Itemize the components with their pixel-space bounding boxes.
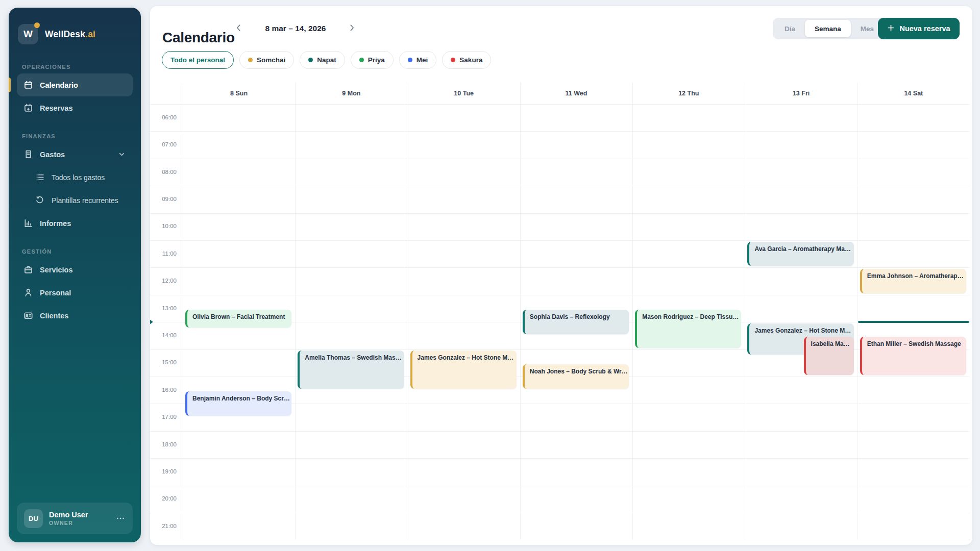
day-header-9-mon: 9 Mon xyxy=(295,83,407,104)
calendar-icon xyxy=(23,80,33,90)
hour-gridline xyxy=(150,458,970,459)
brand-name: WellDesk.ai xyxy=(45,29,95,40)
staff-filter-label: Sakura xyxy=(459,56,482,64)
sidebar-item-gastos[interactable]: Gastos xyxy=(17,143,133,166)
hour-gridline xyxy=(150,295,970,295)
next-week-button[interactable] xyxy=(344,21,359,36)
brand: W WellDesk.ai xyxy=(18,24,132,44)
sidebar-item-personal[interactable]: Personal xyxy=(17,281,133,304)
list-icon xyxy=(35,172,45,182)
sidebar-item-servicios[interactable]: Servicios xyxy=(17,258,133,281)
calendar-event-amelia-thomas-swedish-mas[interactable]: Amelia Thomas – Swedish Mas… xyxy=(298,350,404,389)
sidebar-section-label-gestion: GESTIÓN xyxy=(22,248,128,255)
sidebar-item-label: Servicios xyxy=(40,266,73,274)
person-icon xyxy=(23,288,33,297)
calendar-event-sophia-davis-reflexology[interactable]: Sophia Davis – Reflexology xyxy=(523,310,629,334)
hour-gridline xyxy=(150,213,970,214)
staff-color-dot xyxy=(451,58,455,62)
user-menu-ellipsis-icon[interactable] xyxy=(115,513,126,523)
day-column-9-mon[interactable] xyxy=(295,83,407,540)
staff-filter-label: Todo el personal xyxy=(170,56,225,64)
calendar-event-noah-jones-body-scrub-wr[interactable]: Noah Jones – Body Scrub & Wr… xyxy=(523,364,629,389)
sidebar-item-label: Reservas xyxy=(40,104,73,112)
staff-filter-label: Mei xyxy=(416,56,428,64)
staff-filter-todo-el-personal[interactable]: Todo el personal xyxy=(162,51,234,69)
event-title: Benjamin Anderson – Body Scr… xyxy=(187,391,291,402)
calendar-event-james-gonzalez-hot-stone-m[interactable]: James Gonzalez – Hot Stone M… xyxy=(410,350,517,389)
time-label-1400: 14:00 xyxy=(150,332,177,338)
calendar-event-benjamin-anderson-body-scr[interactable]: Benjamin Anderson – Body Scr… xyxy=(185,391,291,416)
sidebar-item-label: Personal xyxy=(40,289,71,297)
sidebar-section-label-operaciones: OPERACIONES xyxy=(22,64,128,70)
staff-filter-somchai[interactable]: Somchai xyxy=(239,51,294,69)
hour-gridline xyxy=(150,486,970,486)
calendar-event-emma-johnson-aromatherap[interactable]: Emma Johnson – Aromatherap… xyxy=(860,269,966,293)
date-range-label: 8 mar – 14, 2026 xyxy=(247,24,344,33)
hour-gridline xyxy=(150,159,970,159)
hour-gridline xyxy=(150,540,970,540)
hour-gridline xyxy=(150,104,970,105)
column-gridline xyxy=(520,83,521,540)
hour-gridline xyxy=(150,431,970,432)
time-label-1000: 10:00 xyxy=(150,223,177,229)
current-time-marker xyxy=(150,318,153,325)
time-label-0800: 08:00 xyxy=(150,169,177,175)
staff-filter-mei[interactable]: Mei xyxy=(399,51,437,69)
sidebar-item-todos-los-gastos[interactable]: Todos los gastos xyxy=(17,166,133,189)
sidebar-item-label: Plantillas recurrentes xyxy=(52,196,118,205)
sidebar-item-informes[interactable]: Informes xyxy=(17,212,133,235)
sidebar-item-calendario[interactable]: Calendario xyxy=(17,73,133,96)
sidebar-item-clientes[interactable]: Clientes xyxy=(17,304,133,327)
calendar-event-ethan-miller-swedish-massage[interactable]: Ethan Miller – Swedish Massage xyxy=(860,337,966,375)
time-label-1100: 11:00 xyxy=(150,251,177,257)
hour-gridline xyxy=(150,513,970,513)
day-column-14-sat[interactable] xyxy=(857,83,970,540)
brand-logo: W xyxy=(18,24,38,44)
time-label-1800: 18:00 xyxy=(150,441,177,447)
time-label-0600: 06:00 xyxy=(150,114,177,120)
day-column-10-tue[interactable] xyxy=(408,83,520,540)
page-title: Calendario xyxy=(162,30,235,46)
brand-name-suffix: .ai xyxy=(85,29,95,39)
time-label-0700: 07:00 xyxy=(150,141,177,147)
staff-filter-sakura[interactable]: Sakura xyxy=(442,51,491,69)
new-booking-button[interactable]: Nueva reserva xyxy=(878,18,960,39)
column-gridline xyxy=(632,83,633,540)
calendar-panel: Calendario 8 mar – 14, 2026 DíaSemanaMes… xyxy=(150,6,972,545)
day-header-12-thu: 12 Thu xyxy=(632,83,745,104)
event-title: Sophia Davis – Reflexology xyxy=(525,310,629,320)
staff-color-dot xyxy=(248,58,253,62)
calendar-event-mason-rodriguez-deep-tissu[interactable]: Mason Rodriguez – Deep Tissu… xyxy=(635,310,741,348)
column-gridline xyxy=(970,83,970,540)
event-title: Ava Garcia – Aromatherapy Ma… xyxy=(749,242,853,253)
sidebar-item-label: Informes xyxy=(40,219,71,228)
view-option-dia[interactable]: Día xyxy=(775,20,805,37)
sidebar-item-label: Calendario xyxy=(40,81,78,89)
day-header-13-fri: 13 Fri xyxy=(745,83,857,104)
time-label-1600: 16:00 xyxy=(150,387,177,393)
staff-filter-label: Somchai xyxy=(257,56,285,64)
calendar-event-olivia-brown-facial-treatment[interactable]: Olivia Brown – Facial Treatment xyxy=(185,310,291,328)
brand-name-text: WellDesk xyxy=(45,29,85,39)
day-column-13-fri[interactable] xyxy=(745,83,857,540)
event-title: Amelia Thomas – Swedish Mas… xyxy=(300,350,404,361)
hour-gridline xyxy=(150,240,970,241)
sidebar-item-reservas[interactable]: Reservas xyxy=(17,96,133,119)
sidebar-item-plantillas-recurrentes[interactable]: Plantillas recurrentes xyxy=(17,189,133,212)
calendar-event-isabella-ma[interactable]: Isabella Ma… xyxy=(804,337,854,375)
calendar-event-ava-garcia-aromatherapy-ma[interactable]: Ava Garcia – Aromatherapy Ma… xyxy=(747,242,853,266)
hour-gridline xyxy=(150,267,970,268)
prev-week-button[interactable] xyxy=(231,21,246,36)
staff-filter-priya[interactable]: Priya xyxy=(351,51,394,69)
view-option-semana[interactable]: Semana xyxy=(805,20,851,37)
sidebar: W WellDesk.ai OPERACIONESCalendarioReser… xyxy=(9,8,141,542)
view-toggle: DíaSemanaMes xyxy=(773,18,886,39)
new-booking-label: Nueva reserva xyxy=(899,24,950,33)
staff-filter-napat[interactable]: Napat xyxy=(300,51,345,69)
event-title: James Gonzalez – Hot Stone M… xyxy=(749,323,853,334)
user-card[interactable]: DU Demo User OWNER xyxy=(17,503,133,534)
current-time-line xyxy=(858,321,969,323)
briefcase-icon xyxy=(23,265,33,274)
hour-gridline xyxy=(150,131,970,132)
sidebar-nav: OPERACIONESCalendarioReservasFINANZASGas… xyxy=(17,64,133,327)
